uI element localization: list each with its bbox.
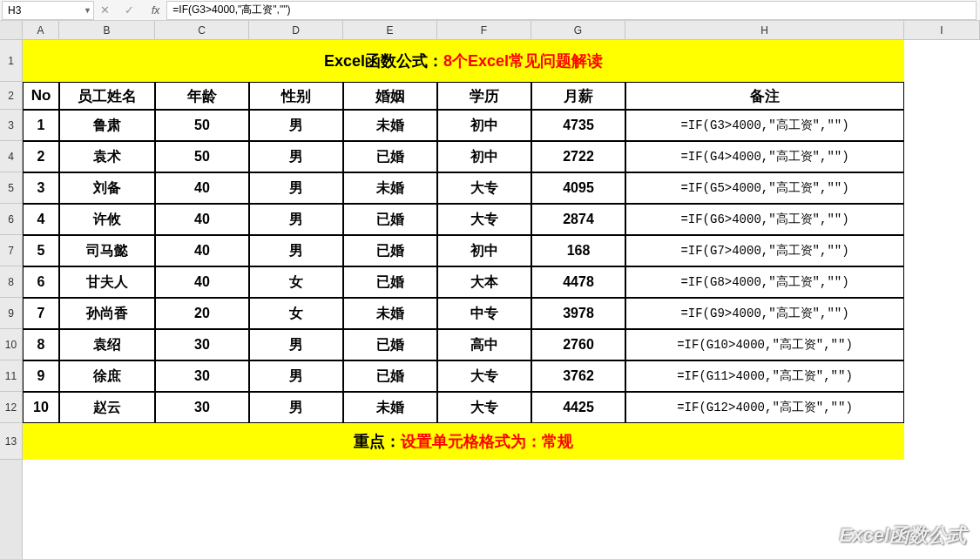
cell-edu[interactable]: 初中 — [437, 110, 531, 141]
th-salary[interactable]: 月薪 — [531, 82, 625, 110]
cell-gender[interactable]: 男 — [249, 204, 343, 235]
cell-no[interactable]: 10 — [23, 392, 59, 423]
col-header-g[interactable]: G — [531, 21, 625, 39]
cell-age[interactable]: 40 — [155, 204, 249, 235]
row-header-9[interactable]: 9 — [0, 298, 22, 329]
cell-age[interactable]: 40 — [155, 266, 249, 298]
th-name[interactable]: 员工姓名 — [59, 82, 155, 110]
cell-gender[interactable]: 男 — [249, 172, 343, 204]
cell-marital[interactable]: 未婚 — [343, 172, 437, 204]
cell-salary[interactable]: 2760 — [531, 329, 625, 360]
row-header-8[interactable]: 8 — [0, 266, 22, 298]
row-header-7[interactable]: 7 — [0, 235, 22, 266]
cell-edu[interactable]: 大专 — [437, 172, 531, 204]
cell-marital[interactable]: 已婚 — [343, 360, 437, 392]
row-header-6[interactable]: 6 — [0, 204, 22, 235]
cell-salary[interactable]: 4425 — [531, 392, 625, 423]
cell-age[interactable]: 30 — [155, 360, 249, 392]
cell-formula[interactable]: =IF(G9>4000,"高工资","") — [625, 298, 904, 329]
cell-gender[interactable]: 男 — [249, 235, 343, 266]
cell-formula[interactable]: =IF(G12>4000,"高工资","") — [625, 392, 904, 423]
th-gender[interactable]: 性别 — [249, 82, 343, 110]
cell-gender[interactable]: 男 — [249, 329, 343, 360]
cell-formula[interactable]: =IF(G8>4000,"高工资","") — [625, 266, 904, 298]
cell-gender[interactable]: 男 — [249, 110, 343, 141]
cell-edu[interactable]: 高中 — [437, 329, 531, 360]
th-no[interactable]: No — [23, 82, 59, 110]
formula-input[interactable] — [166, 1, 977, 20]
cell-formula[interactable]: =IF(G11>4000,"高工资","") — [625, 360, 904, 392]
cell-no[interactable]: 7 — [23, 298, 59, 329]
cell-salary[interactable]: 4735 — [531, 110, 625, 141]
cell-formula[interactable]: =IF(G5>4000,"高工资","") — [625, 172, 904, 204]
cell-age[interactable]: 40 — [155, 172, 249, 204]
cell-name[interactable]: 刘备 — [59, 172, 155, 204]
cell-name[interactable]: 徐庶 — [59, 360, 155, 392]
col-header-i[interactable]: I — [904, 21, 980, 39]
cell-age[interactable]: 50 — [155, 141, 249, 172]
cell-formula[interactable]: =IF(G3>4000,"高工资","") — [625, 110, 904, 141]
fx-icon[interactable]: fx — [146, 4, 165, 17]
cell-marital[interactable]: 已婚 — [343, 204, 437, 235]
cell-marital[interactable]: 未婚 — [343, 110, 437, 141]
row-header-12[interactable]: 12 — [0, 392, 22, 423]
cell-name[interactable]: 司马懿 — [59, 235, 155, 266]
cell-marital[interactable]: 已婚 — [343, 266, 437, 298]
cell-edu[interactable]: 大专 — [437, 204, 531, 235]
cell-age[interactable]: 30 — [155, 329, 249, 360]
name-box[interactable]: H3 ▼ — [2, 1, 94, 20]
cell-no[interactable]: 2 — [23, 141, 59, 172]
cell-edu[interactable]: 初中 — [437, 235, 531, 266]
cell-salary[interactable]: 2722 — [531, 141, 625, 172]
cell-no[interactable]: 5 — [23, 235, 59, 266]
sheet-title-row[interactable]: Excel函数公式： 8个Excel常见问题解读 — [23, 40, 904, 82]
col-header-e[interactable]: E — [343, 21, 437, 39]
select-all-corner[interactable] — [0, 21, 22, 40]
cell-name[interactable]: 鲁肃 — [59, 110, 155, 141]
row-header-11[interactable]: 11 — [0, 360, 22, 392]
cell-no[interactable]: 9 — [23, 360, 59, 392]
th-age[interactable]: 年龄 — [155, 82, 249, 110]
cell-no[interactable]: 8 — [23, 329, 59, 360]
cell-salary[interactable]: 2874 — [531, 204, 625, 235]
col-header-c[interactable]: C — [155, 21, 249, 39]
cell-salary[interactable]: 4095 — [531, 172, 625, 204]
confirm-icon[interactable]: ✓ — [122, 3, 136, 17]
cell-gender[interactable]: 女 — [249, 298, 343, 329]
cancel-icon[interactable]: ✕ — [98, 3, 112, 17]
row-header-13[interactable]: 13 — [0, 423, 22, 460]
cell-no[interactable]: 1 — [23, 110, 59, 141]
cell-gender[interactable]: 男 — [249, 141, 343, 172]
cell-no[interactable]: 6 — [23, 266, 59, 298]
cell-salary[interactable]: 3762 — [531, 360, 625, 392]
col-header-b[interactable]: B — [59, 21, 155, 39]
cell-gender[interactable]: 女 — [249, 266, 343, 298]
cell-marital[interactable]: 已婚 — [343, 141, 437, 172]
col-header-f[interactable]: F — [437, 21, 531, 39]
cell-name[interactable]: 赵云 — [59, 392, 155, 423]
cell-age[interactable]: 20 — [155, 298, 249, 329]
cell-gender[interactable]: 男 — [249, 360, 343, 392]
cell-edu[interactable]: 大专 — [437, 392, 531, 423]
cell-edu[interactable]: 大专 — [437, 360, 531, 392]
cell-formula[interactable]: =IF(G7>4000,"高工资","") — [625, 235, 904, 266]
chevron-down-icon[interactable]: ▼ — [84, 6, 91, 15]
cell-marital[interactable]: 已婚 — [343, 235, 437, 266]
col-header-a[interactable]: A — [23, 21, 59, 39]
cell-formula[interactable]: =IF(G10>4000,"高工资","") — [625, 329, 904, 360]
row-header-3[interactable]: 3 — [0, 110, 22, 141]
sheet-footer-row[interactable]: 重点： 设置单元格格式为：常规 — [23, 423, 904, 460]
cell-gender[interactable]: 男 — [249, 392, 343, 423]
cell-edu[interactable]: 中专 — [437, 298, 531, 329]
cell-salary[interactable]: 3978 — [531, 298, 625, 329]
row-header-2[interactable]: 2 — [0, 82, 22, 110]
cell-name[interactable]: 袁术 — [59, 141, 155, 172]
cell-age[interactable]: 40 — [155, 235, 249, 266]
cell-name[interactable]: 孙尚香 — [59, 298, 155, 329]
cell-marital[interactable]: 已婚 — [343, 329, 437, 360]
col-header-d[interactable]: D — [249, 21, 343, 39]
cell-name[interactable]: 甘夫人 — [59, 266, 155, 298]
cell-age[interactable]: 50 — [155, 110, 249, 141]
row-header-4[interactable]: 4 — [0, 141, 22, 172]
cell-no[interactable]: 4 — [23, 204, 59, 235]
